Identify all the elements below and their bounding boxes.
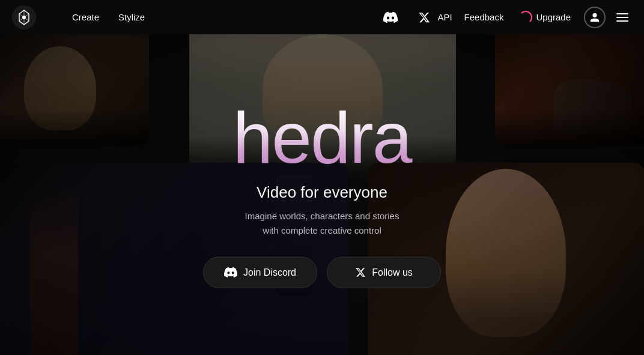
account-icon [589, 12, 600, 23]
nav-discord-icon[interactable] [380, 7, 401, 28]
discord-btn-icon [224, 266, 237, 279]
nav-api[interactable]: API [435, 7, 454, 27]
upgrade-button[interactable]: Upgrade [513, 7, 577, 28]
navbar: Create Stylize API Feedback Upgrade [0, 0, 644, 34]
menu-line-mid [616, 17, 628, 18]
hero-description: Imagine worlds, characters and stories w… [142, 209, 502, 238]
hero-section: hedra Video for everyone Imagine worlds,… [0, 34, 644, 355]
hero-brand-name: hedra [142, 102, 502, 174]
join-discord-button[interactable]: Join Discord [203, 257, 317, 288]
nav-stylize[interactable]: Stylize [111, 7, 152, 27]
discord-btn-label: Join Discord [243, 267, 296, 278]
upgrade-label: Upgrade [536, 12, 571, 22]
nav-create[interactable]: Create [65, 7, 106, 27]
nav-right: API Feedback Upgrade [435, 7, 632, 28]
logo[interactable] [12, 5, 50, 29]
nav-left-links: Create Stylize [65, 7, 380, 27]
follow-us-button[interactable]: Follow us [327, 257, 441, 288]
svg-point-1 [22, 16, 26, 19]
nav-center-icons [380, 7, 435, 28]
menu-line-top [616, 13, 628, 14]
menu-button[interactable] [613, 10, 632, 25]
nav-x-icon[interactable] [413, 7, 435, 28]
account-button[interactable] [584, 7, 606, 28]
hero-desc-line1: Imagine worlds, characters and stories [245, 211, 399, 221]
upgrade-ring-icon [519, 11, 532, 24]
hero-content: hedra Video for everyone Imagine worlds,… [142, 102, 502, 288]
hero-subtitle: Video for everyone [142, 183, 502, 202]
nav-feedback[interactable]: Feedback [462, 7, 506, 27]
x-btn-icon [355, 267, 366, 278]
logo-icon [12, 5, 36, 29]
hero-desc-line2: with complete creative control [263, 225, 381, 235]
twitter-btn-label: Follow us [372, 267, 413, 278]
menu-line-bot [616, 20, 628, 22]
hero-buttons: Join Discord Follow us [142, 257, 502, 288]
